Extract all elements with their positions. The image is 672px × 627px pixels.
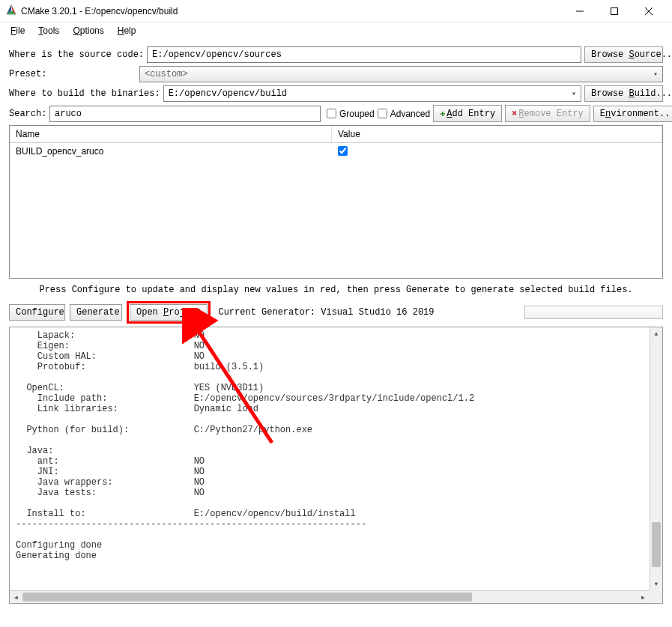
grouped-check[interactable] xyxy=(327,109,336,118)
menu-help[interactable]: Help xyxy=(118,25,136,36)
generate-button[interactable]: Generate xyxy=(70,304,122,321)
source-input[interactable] xyxy=(147,46,581,63)
build-combo[interactable]: E:/opencv/opencv/build ▾ xyxy=(163,85,581,102)
window-title: CMake 3.20.1 - E:/opencv/opencv/build xyxy=(21,6,563,16)
grouped-checkbox[interactable]: Grouped xyxy=(327,109,375,119)
environment-button[interactable]: Environment... xyxy=(593,106,672,122)
menu-bar: File Tools Options Help xyxy=(0,22,672,39)
maximize-button[interactable] xyxy=(597,0,632,22)
highlight-annotation: Open Project xyxy=(127,301,211,324)
progress-bar xyxy=(524,306,663,319)
scroll-thumb-v[interactable] xyxy=(652,522,661,567)
preset-combo[interactable]: <custom> ▾ xyxy=(139,66,663,82)
browse-source-button[interactable]: Browse Source... xyxy=(584,46,663,63)
cmake-icon xyxy=(6,4,16,17)
chevron-down-icon: ▾ xyxy=(572,89,576,98)
scroll-thumb-h[interactable] xyxy=(22,593,472,602)
advanced-label: Advanced xyxy=(390,109,430,119)
remove-icon: ✖ xyxy=(512,109,517,119)
menu-options[interactable]: Options xyxy=(73,25,103,36)
svg-rect-5 xyxy=(611,7,618,14)
generator-label: Current Generator: Visual Studio 16 2019 xyxy=(218,307,434,318)
output-text: Lapack: NO Eigen: NO Custom HAL: NO Prot… xyxy=(16,330,474,561)
menu-file[interactable]: File xyxy=(10,25,25,36)
advanced-checkbox[interactable]: Advanced xyxy=(378,109,430,119)
config-table: Name Value BUILD_opencv_aruco xyxy=(9,125,663,279)
build-label: Where to build the binaries: xyxy=(9,88,160,99)
scroll-right-icon[interactable]: ▶ xyxy=(637,591,650,603)
column-name[interactable]: Name xyxy=(10,126,332,142)
scroll-up-icon[interactable]: ▲ xyxy=(650,327,662,340)
preset-value: <custom> xyxy=(145,69,188,79)
scroll-left-icon[interactable]: ◀ xyxy=(10,591,22,603)
remove-entry-button[interactable]: ✖Remove Entry xyxy=(505,105,590,122)
row-name: BUILD_opencv_aruco xyxy=(16,146,338,158)
vertical-scrollbar[interactable]: ▲ ▼ xyxy=(650,327,662,590)
advanced-check[interactable] xyxy=(378,109,387,118)
table-row[interactable]: BUILD_opencv_aruco xyxy=(10,145,662,160)
menu-tools[interactable]: Tools xyxy=(38,25,59,36)
output-log[interactable]: Lapack: NO Eigen: NO Custom HAL: NO Prot… xyxy=(9,327,663,604)
table-header: Name Value xyxy=(10,126,662,143)
scroll-corner xyxy=(650,590,662,603)
source-label: Where is the source code: xyxy=(9,49,144,60)
column-value[interactable]: Value xyxy=(332,126,662,142)
browse-build-button[interactable]: Browse Build... xyxy=(584,85,663,102)
plus-icon: ✚ xyxy=(440,109,445,119)
window-controls xyxy=(563,0,666,22)
search-label: Search: xyxy=(9,109,46,119)
grouped-label: Grouped xyxy=(339,109,375,119)
close-button[interactable] xyxy=(632,0,666,22)
configure-button[interactable]: Configure xyxy=(9,304,65,321)
hint-text: Press Configure to update and display ne… xyxy=(9,282,663,298)
horizontal-scrollbar[interactable]: ◀ ▶ xyxy=(10,590,650,603)
chevron-down-icon: ▾ xyxy=(653,70,658,79)
open-project-button[interactable]: Open Project xyxy=(130,304,208,321)
minimize-button[interactable] xyxy=(563,0,597,22)
build-value: E:/opencv/opencv/build xyxy=(169,88,287,99)
add-entry-button[interactable]: ✚Add Entry xyxy=(433,105,502,122)
scroll-down-icon[interactable]: ▼ xyxy=(650,578,662,590)
search-input[interactable] xyxy=(49,106,321,122)
title-bar: CMake 3.20.1 - E:/opencv/opencv/build xyxy=(0,0,672,22)
row-value-checkbox[interactable] xyxy=(338,146,348,156)
preset-label: Preset: xyxy=(9,69,136,79)
